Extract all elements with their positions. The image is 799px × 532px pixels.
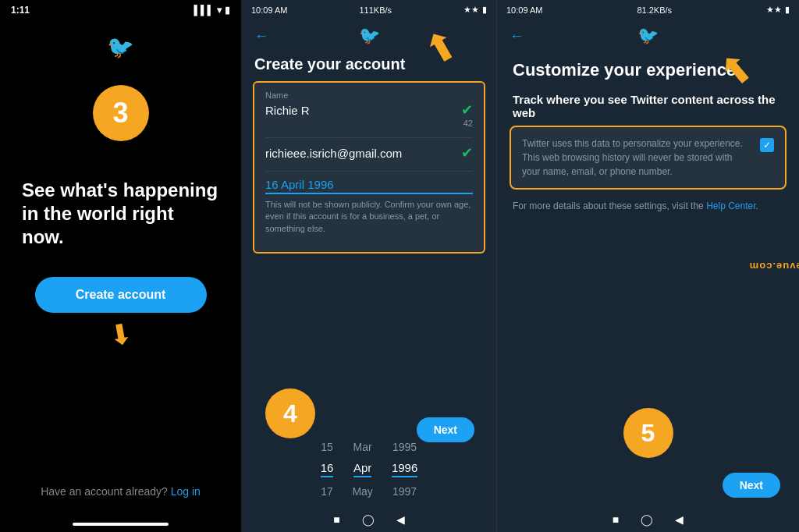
screen-3-customize: 10:09 AM 81.2KB/s ★★ ▮ ← 🐦 ⬇ Customize y… (497, 0, 799, 532)
wifi-icon-s2: ★★ (463, 5, 479, 15)
back-arrow-s3-icon[interactable]: ← (510, 28, 524, 44)
customize-subtitle: Track where you see Twitter content acro… (497, 85, 799, 126)
month-prev: Mar (353, 441, 372, 453)
name-row: Richie R ✔ (265, 101, 473, 119)
wifi-icon: ▾ (217, 5, 222, 16)
login-link[interactable]: Log in (171, 485, 201, 498)
nav-circle-s3-icon[interactable]: ◯ (641, 513, 653, 526)
dob-field: 16 April 1996 This will not be shown pub… (265, 178, 473, 235)
help-center-link[interactable]: Help Center (706, 200, 755, 211)
login-prompt: Have an account already? Log in (41, 485, 201, 498)
time-s2: 10:09 AM (251, 5, 287, 15)
nav-back-s3-icon[interactable]: ◀ (675, 513, 684, 526)
day-prev: 15 (321, 441, 333, 453)
nav-square-s3-icon[interactable]: ■ (613, 513, 619, 526)
step-circle-5: 5 (623, 408, 673, 458)
nav-square-icon[interactable]: ■ (333, 513, 339, 526)
date-picker: 15 16 17 Mar Apr May 1995 1996 1997 (242, 434, 496, 504)
screen3-header: ← 🐦 (497, 20, 799, 52)
step-circle-3: 3 (93, 85, 149, 141)
name-check-icon: ✔ (461, 101, 473, 119)
year-col: 1995 1996 1997 (392, 441, 417, 498)
step-circle-4: 4 (265, 388, 315, 438)
nav-back-icon[interactable]: ◀ (396, 513, 405, 526)
dob-value: 16 April 1996 (265, 178, 473, 194)
name-field: Name Richie R ✔ 42 (265, 90, 473, 128)
status-bar-s3: 10:09 AM 81.2KB/s ★★ ▮ (497, 0, 799, 20)
name-label: Name (265, 90, 473, 100)
speed-s2: 111KB/s (359, 5, 392, 15)
email-check-icon: ✔ (461, 144, 473, 161)
nav-circle-icon[interactable]: ◯ (362, 513, 375, 526)
email-row: richieee.isrich@gmail.com ✔ (265, 144, 473, 161)
create-account-form: Name Richie R ✔ 42 richieee.isrich@gmail… (253, 81, 485, 254)
month-col: Mar Apr May (352, 441, 372, 498)
status-icons-s3: ★★ ▮ (766, 5, 790, 15)
twitter-logo-s2: 🐦 (359, 26, 380, 46)
nav-bar-s2: ■ ◯ ◀ (242, 507, 496, 532)
back-arrow-icon[interactable]: ← (254, 28, 268, 44)
year-next: 1997 (392, 485, 417, 498)
status-icons-s2: ★★ ▮ (463, 5, 487, 15)
status-bar-s1: 1:11 ▌▌▌ ▾ ▮ (0, 0, 241, 20)
signal-icon: ▌▌▌ (194, 5, 214, 16)
next-button-s2[interactable]: Next (417, 417, 474, 442)
nav-bar-s3: ■ ◯ ◀ (497, 507, 799, 532)
battery-s3: ▮ (785, 5, 790, 15)
day-col: 15 16 17 (321, 441, 334, 498)
divider-1 (265, 137, 473, 138)
year-prev: 1995 (392, 441, 417, 453)
email-value: richieee.isrich@gmail.com (265, 147, 402, 160)
status-icons-s1: ▌▌▌ ▾ ▮ (194, 5, 230, 16)
screen-2-create-account: 10:09 AM 111KB/s ★★ ▮ ← 🐦 Create your ac… (242, 0, 497, 532)
next-button-s3[interactable]: Next (723, 473, 780, 498)
signal-s3: ★★ (766, 5, 782, 15)
time-s1: 1:11 (11, 5, 30, 16)
divider-2 (265, 171, 473, 172)
help-text: For more details about these settings, v… (497, 190, 799, 222)
tracking-option-box: Twitter uses this data to personalize yo… (510, 126, 787, 190)
month-next: May (352, 485, 372, 498)
status-bar-s2: 10:09 AM 111KB/s ★★ ▮ (242, 0, 496, 20)
twitter-logo-s3: 🐦 (637, 26, 659, 46)
arrow-down-icon: ⬇ (106, 317, 135, 354)
email-field: richieee.isrich@gmail.com ✔ (265, 144, 473, 161)
day-selected: 16 (321, 461, 334, 477)
create-account-button[interactable]: Create account (35, 277, 207, 313)
tracking-text: Twitter uses this data to personalize yo… (522, 137, 752, 179)
home-indicator-s1 (73, 523, 169, 526)
twitter-logo-s1: 🐦 (107, 34, 134, 60)
tracking-checkbox[interactable]: ✓ (760, 138, 774, 152)
speed-s3: 81.2KB/s (637, 5, 672, 15)
tagline: See what's happening in the world right … (0, 179, 241, 249)
battery-icon: ▮ (225, 5, 230, 16)
day-next: 17 (321, 485, 333, 498)
year-selected: 1996 (392, 461, 417, 477)
name-value: Richie R (265, 104, 310, 117)
screen-1-welcome: 1:11 ▌▌▌ ▾ ▮ 🐦 3 See what's happening in… (0, 0, 242, 532)
watermark: techprevue.com (749, 261, 799, 272)
month-selected: Apr (353, 461, 371, 477)
name-char-count: 42 (265, 119, 473, 128)
time-s3: 10:09 AM (506, 5, 542, 15)
battery-icon-s2: ▮ (482, 5, 487, 15)
dob-note: This will not be shown publicly. Confirm… (265, 199, 473, 235)
